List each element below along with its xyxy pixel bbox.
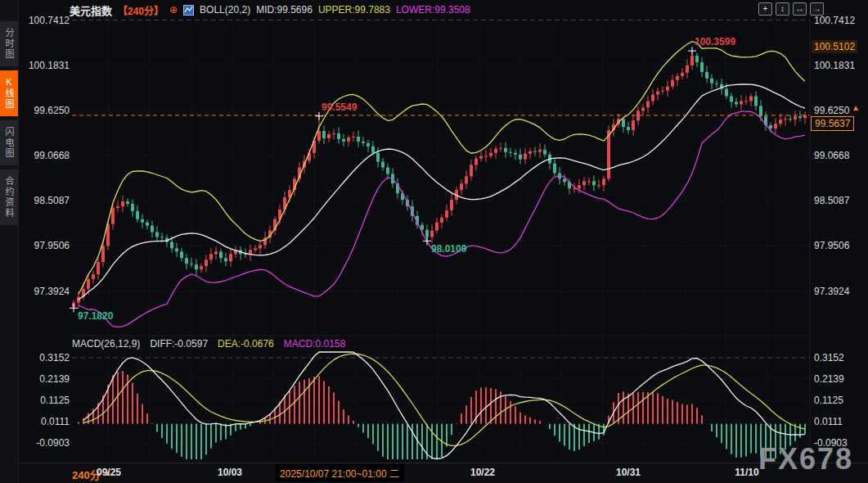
axis-tick-label: 0.0111 — [27, 416, 70, 427]
sidebar-tab-label: 分时图 — [2, 28, 16, 60]
axis-tick-label: 99.6250 — [27, 105, 70, 116]
period-settings-icon[interactable]: ⊕ — [169, 4, 178, 16]
macd-macd-value: MACD:0.0158 — [284, 338, 345, 350]
axis-tick-label: 99.6250 — [814, 105, 849, 116]
macd-diff-value: DIFF:-0.0597 — [150, 338, 208, 350]
chart-toolbar: + ↕ ↔ → — [758, 2, 824, 16]
boll-lower-value: LOWER:99.3508 — [396, 4, 470, 16]
y-scale-tool-icon[interactable]: ↕ — [776, 2, 789, 16]
date-tick-label: 10/31 — [616, 467, 641, 478]
macd-header: MACD(26,12,9) DIFF:-0.0597 DEA:-0.0676 M… — [72, 338, 345, 350]
sidebar-tab-time-chart[interactable]: 分时图 — [0, 21, 18, 66]
axis-tick-label: 0.2139 — [27, 373, 70, 385]
extreme-price-annotation: 100.3599 — [695, 36, 735, 47]
date-tick-label: 09/25 — [97, 467, 121, 478]
goto-latest-tool-icon[interactable]: → — [810, 2, 824, 16]
symbol-title: 美元指数 — [70, 2, 112, 18]
date-tick-label: 10/03 — [218, 467, 242, 478]
time-axis-bar: 240分 ▲ 09/2510/0310/2210/3111/10 2025/10… — [0, 463, 868, 483]
watermark-logo: FX678 — [758, 442, 853, 476]
indicator-chart-icon[interactable] — [183, 5, 194, 16]
axis-tick-label: 0.3152 — [27, 352, 70, 363]
selected-candle-date: 2025/10/07 21:00~01:00 二 — [275, 464, 404, 481]
boll-mid-value: MID:99.5696 — [256, 4, 313, 16]
macd-formula: MACD(26,12,9) — [72, 338, 140, 350]
axis-tick-label: 99.0668 — [814, 150, 849, 161]
axis-tick-label: 0.2139 — [814, 373, 844, 385]
axis-tick-label: 100.1831 — [814, 60, 855, 71]
axis-tick-label: -0.0903 — [27, 437, 70, 449]
axis-tick-label: 0.1125 — [27, 395, 70, 406]
trading-app-window: 分时图 K线图 闪电图 合约资料 美元指数 【240分】 ⊕ BOLL(20,2… — [0, 0, 868, 483]
axis-tick-label: 99.0668 — [27, 150, 70, 161]
sidebar-tab-label: 合约资料 — [2, 176, 16, 219]
boll-formula: BOLL(20,2) — [200, 4, 250, 16]
sidebar-tab-label: K线图 — [2, 77, 16, 110]
sidebar: 分时图 K线图 闪电图 合约资料 — [0, 0, 19, 483]
axis-tick-label: 97.9506 — [27, 240, 70, 251]
current-price-box: 99.5637 — [811, 116, 854, 131]
period-label[interactable]: 【240分】 — [118, 3, 164, 17]
date-tick-label: 11/10 — [735, 467, 758, 478]
axis-tick-label: 0.0111 — [814, 416, 843, 427]
extreme-price-annotation: 97.1820 — [78, 310, 113, 322]
sidebar-tab-tick-chart[interactable]: 闪电图 — [0, 120, 18, 165]
axis-tick-label: 0.3152 — [814, 352, 844, 363]
price-alert-arrow-icon: ▲ — [852, 103, 860, 112]
sidebar-tab-candle-chart[interactable]: K线图 — [0, 70, 18, 116]
axis-tick-label: 97.3924 — [27, 286, 70, 297]
axis-tick-label: 98.5087 — [814, 195, 849, 206]
macd-dea-value: DEA:-0.0676 — [218, 338, 274, 350]
boll-upper-value: UPPER:99.7883 — [318, 4, 390, 16]
session-high-label: 100.5102 — [812, 40, 857, 53]
axis-tick-label: 97.3924 — [814, 286, 849, 297]
axis-tick-label: 0.1125 — [814, 395, 843, 406]
axis-tick-label: 97.9506 — [814, 240, 849, 251]
extreme-price-annotation: 99.5549 — [322, 102, 357, 113]
sidebar-tab-contract-info[interactable]: 合约资料 — [0, 169, 18, 225]
sidebar-tab-label: 闪电图 — [2, 127, 16, 159]
axis-tick-label: 100.7412 — [814, 15, 855, 26]
chart-canvas[interactable] — [0, 0, 868, 483]
extreme-price-annotation: 98.0109 — [431, 243, 466, 255]
date-tick-label: 10/22 — [470, 467, 495, 478]
axis-tick-label: 100.7412 — [27, 15, 70, 26]
axis-tick-label: 98.5087 — [27, 195, 70, 206]
x-scale-tool-icon[interactable]: ↔ — [793, 2, 807, 16]
axis-tick-label: 100.1831 — [27, 60, 70, 71]
crosshair-tool-icon[interactable]: + — [758, 2, 772, 16]
chart-header: 美元指数 【240分】 ⊕ BOLL(20,2) MID:99.5696 UPP… — [70, 2, 470, 17]
